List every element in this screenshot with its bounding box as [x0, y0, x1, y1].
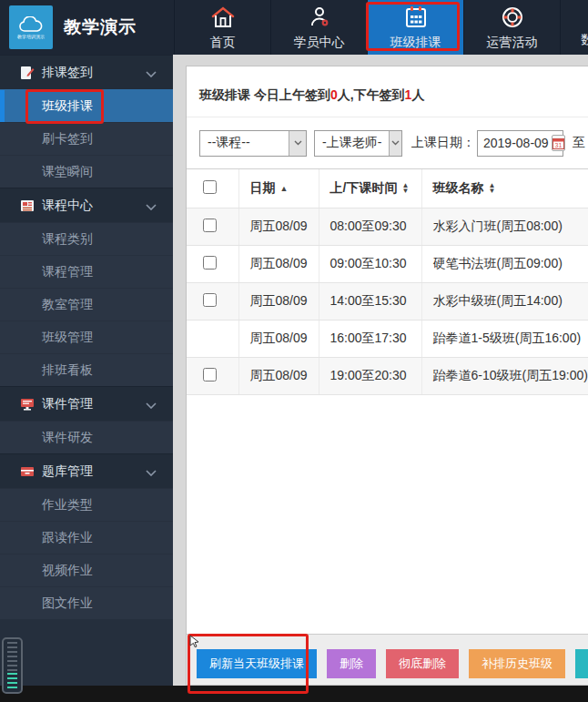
column-header-class-name[interactable]: 班级名称▲▼	[421, 169, 588, 208]
cloud-icon	[17, 16, 45, 33]
brand-logo-text: 教学培训演示	[17, 34, 45, 39]
sidebar-item-label: 班级管理	[42, 330, 93, 346]
chevron-down-icon	[146, 65, 157, 81]
bottom-dark-band	[0, 686, 588, 702]
table-row: 周五08/09 08:00至09:30 水彩入门班(周五08:00)	[187, 208, 588, 245]
widget-stripes-green	[7, 673, 17, 690]
svg-text:31: 31	[554, 142, 562, 148]
row-checkbox[interactable]	[203, 293, 217, 307]
date-range-to-label: 至	[573, 135, 585, 151]
chevron-down-icon	[146, 396, 157, 412]
chevron-down-icon	[289, 131, 306, 156]
column-label: 日期	[250, 180, 276, 195]
sort-both-icon: ▲▼	[401, 183, 409, 194]
nav-label: 班级排课	[390, 36, 441, 49]
title-text: 人	[411, 87, 424, 102]
nav-label: 数	[581, 33, 588, 46]
nav-label: 运营活动	[487, 36, 538, 49]
sidebar-item-video-homework[interactable]: 视频作业	[0, 554, 173, 586]
sidebar-item-courseware-dev[interactable]: 课件研发	[0, 421, 173, 453]
date-input[interactable]: 2019-08-09 31	[477, 130, 563, 157]
sidebar: 排课签到 班级排课 刷卡签到 课堂瞬间 课程中心 课程类别 课程管理	[0, 55, 173, 686]
nav-label: 学员中心	[294, 36, 345, 49]
sidebar-item-card-signin[interactable]: 刷卡签到	[0, 122, 173, 155]
sidebar-section-courseware[interactable]: 课件管理	[0, 386, 173, 421]
title-text: 班级排课 今日上午签到	[199, 87, 330, 102]
sidebar-item-label: 排班看板	[42, 362, 93, 379]
table-header-row: 日期▲ 上/下课时间▲▼ 班级名称▲▼	[187, 169, 588, 208]
cell-date: 周五08/09	[238, 282, 319, 320]
home-icon	[210, 5, 236, 33]
nav-item-students[interactable]: 学员中心	[270, 0, 367, 55]
column-header-time[interactable]: 上/下课时间▲▼	[319, 169, 421, 208]
chevron-down-icon	[389, 131, 401, 156]
sidebar-item-image-text-homework[interactable]: 图文作业	[0, 586, 173, 619]
sidebar-item-label: 课程管理	[42, 264, 93, 280]
nav-item-clipped[interactable]: 数	[560, 0, 588, 55]
sidebar-item-label: 图文作业	[42, 595, 93, 612]
newspaper-icon	[20, 198, 35, 213]
student-icon	[307, 5, 332, 33]
sidebar-item-class-management[interactable]: 班级管理	[0, 320, 173, 353]
sidebar-item-reading-homework[interactable]: 跟读作业	[0, 521, 173, 554]
nav-item-operations[interactable]: 运营活动	[463, 0, 560, 55]
sidebar-item-label: 课程类别	[42, 231, 93, 248]
sidebar-section-question-bank[interactable]: 题库管理	[0, 453, 173, 488]
floating-widget[interactable]	[2, 637, 23, 694]
sidebar-item-label: 课件研发	[42, 430, 93, 446]
cell-date: 周五08/09	[238, 245, 319, 282]
sidebar-item-course-management[interactable]: 课程管理	[0, 255, 173, 288]
sort-both-icon: ▲▼	[489, 183, 496, 194]
refresh-today-schedule-button[interactable]: 刷新当天班级排课	[197, 649, 317, 678]
cell-class-name: 跆拳道6-10级班(周五19:00)	[421, 357, 588, 394]
table-row: 周五08/09 09:00至10:30 硬笔书法班(周五09:00)	[187, 245, 588, 282]
resend-signin-notice-button[interactable]: 补发签到通知	[575, 649, 588, 678]
sidebar-item-homework-type[interactable]: 作业类型	[0, 488, 173, 521]
sidebar-section-title: 课件管理	[42, 396, 93, 412]
am-signin-count: 0	[330, 87, 338, 102]
row-checkbox[interactable]	[203, 368, 217, 382]
row-checkbox[interactable]	[203, 219, 217, 232]
sidebar-item-label: 课堂瞬间	[42, 164, 93, 180]
date-label: 上课日期：	[411, 135, 475, 151]
column-header-date[interactable]: 日期▲	[238, 169, 319, 208]
nav-item-home[interactable]: 首页	[174, 0, 270, 55]
cell-time: 19:00至20:30	[319, 357, 421, 394]
sidebar-section-course-center[interactable]: 课程中心	[0, 188, 173, 222]
teacher-select[interactable]: -上课老师-	[314, 130, 402, 157]
sidebar-item-label: 作业类型	[42, 497, 93, 514]
nav-item-class-schedule[interactable]: 班级排课	[367, 0, 463, 55]
delete-button[interactable]: 删除	[327, 649, 376, 678]
column-label: 上/下课时间	[330, 180, 398, 195]
topbar: 教学培训演示 教学演示 首页 学员中心 班级排课	[0, 0, 588, 55]
app-window: 教学培训演示 教学演示 首页 学员中心 班级排课	[0, 0, 588, 702]
sidebar-section-title: 题库管理	[42, 463, 93, 480]
cell-date: 周五08/09	[238, 320, 319, 357]
sidebar-item-class-moments[interactable]: 课堂瞬间	[0, 155, 173, 188]
sidebar-item-course-category[interactable]: 课程类别	[0, 222, 173, 255]
sidebar-item-classroom-management[interactable]: 教室管理	[0, 288, 173, 320]
row-checkbox[interactable]	[203, 256, 217, 270]
reschedule-history-button[interactable]: 补排历史班级	[469, 649, 565, 678]
sidebar-item-label: 班级排课	[42, 98, 93, 115]
schedule-table: 日期▲ 上/下课时间▲▼ 班级名称▲▼ 周五08/09 08:00至09:30 …	[187, 169, 588, 395]
sort-asc-icon: ▲	[280, 186, 289, 191]
cell-class-name: 跆拳道1-5级班(周五16:00)	[421, 320, 588, 357]
sidebar-item-label: 教室管理	[42, 297, 93, 313]
sidebar-item-class-schedule[interactable]: 班级排课	[0, 89, 173, 122]
cell-time: 09:00至10:30	[319, 245, 421, 282]
sidebar-item-shift-board[interactable]: 排班看板	[0, 353, 173, 386]
widget-stripes-gray	[7, 642, 17, 673]
doc-edit-icon	[20, 66, 35, 80]
datepicker-icon[interactable]: 31	[552, 135, 565, 151]
app-title: 教学演示	[64, 15, 137, 39]
sidebar-section-title: 排课签到	[42, 65, 93, 81]
main-panel: 班级排课 今日上午签到0人,下午签到1人 --课程-- -上课老师- 上课日期：…	[186, 66, 588, 686]
course-select[interactable]: --课程--	[199, 130, 307, 157]
monitor-icon	[20, 397, 35, 412]
table-row: 周五08/09 19:00至20:30 跆拳道6-10级班(周五19:00)	[187, 357, 588, 394]
select-all-checkbox[interactable]	[203, 180, 217, 194]
archive-icon	[20, 464, 35, 479]
purge-delete-button[interactable]: 彻底删除	[386, 649, 459, 678]
sidebar-section-schedule-signin[interactable]: 排课签到	[0, 55, 173, 89]
